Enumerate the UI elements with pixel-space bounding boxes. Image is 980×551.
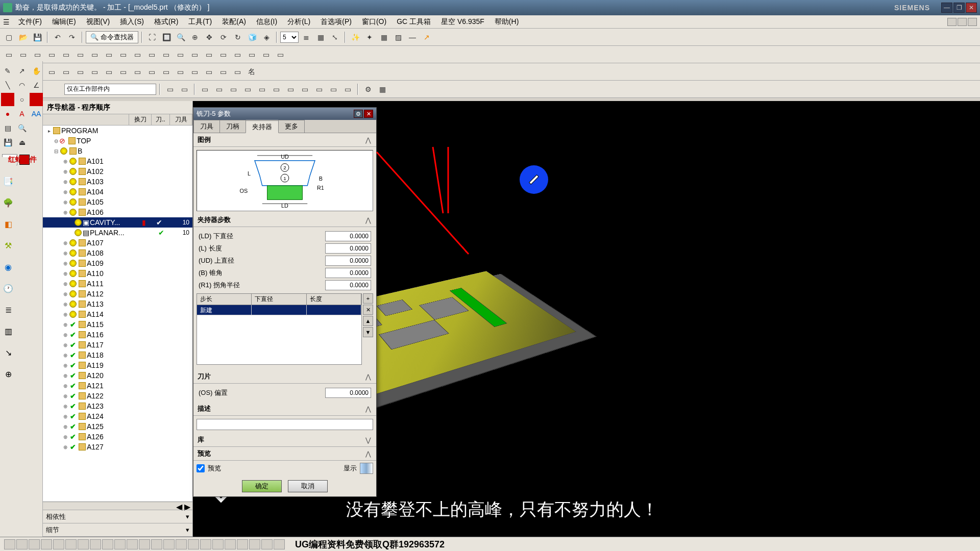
filter-input[interactable]	[64, 84, 156, 95]
grid-up-button[interactable]: ▲	[363, 316, 373, 326]
row-ld-input[interactable]	[325, 231, 371, 241]
lib-collapse[interactable]: ⋁	[364, 436, 372, 444]
tree-item[interactable]: ⊕✔A123	[43, 401, 192, 411]
tree-item[interactable]: ⊕A105	[43, 197, 192, 207]
redo-icon[interactable]: ↷	[65, 31, 79, 44]
tree-item[interactable]: ⊕✔A124	[43, 411, 192, 421]
sel15-icon[interactable]: ▭	[202, 48, 215, 61]
op14-icon[interactable]: ▭	[188, 65, 201, 79]
op10-icon[interactable]: ▭	[131, 65, 144, 79]
row-b-input[interactable]	[325, 268, 371, 278]
tree-item[interactable]: ⊕A110	[43, 268, 192, 279]
col-tool[interactable]: 刀..	[152, 114, 170, 125]
minimize-button[interactable]: —	[941, 3, 952, 13]
cube-icon[interactable]: ▦	[314, 31, 327, 44]
tab-shank[interactable]: 刀柄	[219, 120, 246, 133]
tree-item[interactable]: ⊕✔A119	[43, 360, 192, 370]
menu-pref[interactable]: 首选项(P)	[315, 16, 357, 28]
grid-icon[interactable]: ▦	[377, 31, 390, 44]
tree-dep[interactable]: 相依性▾	[43, 510, 192, 523]
dir-icon[interactable]: ↗	[420, 31, 433, 44]
sb12-icon[interactable]	[139, 539, 150, 549]
tree-item[interactable]: ⊕A112	[43, 289, 192, 299]
view-select[interactable]: 5	[280, 32, 299, 43]
mdi-min-button[interactable]	[947, 18, 957, 26]
col-change[interactable]: 换刀	[129, 114, 152, 125]
show-button[interactable]	[360, 463, 373, 474]
menu-star[interactable]: 星空 V6.935F	[436, 16, 489, 28]
pal-hand-icon[interactable]: ✋	[30, 64, 43, 78]
sb-palette-icon[interactable]: ▥	[2, 324, 15, 338]
tree-item[interactable]: ⊕✔A118	[43, 350, 192, 360]
sb-clock-icon[interactable]: 🕐	[2, 282, 15, 295]
op12-icon[interactable]: ▭	[159, 65, 173, 79]
sel5-icon[interactable]: ▭	[59, 48, 72, 61]
f10-icon[interactable]: ▭	[298, 83, 311, 96]
tree-item[interactable]: ⊕A106	[43, 207, 192, 217]
sb23-icon[interactable]	[274, 539, 285, 549]
mdi-restore-button[interactable]	[958, 18, 967, 26]
pal-circle-icon[interactable]: ○	[15, 93, 29, 106]
grid-col-ld[interactable]: 下直径	[252, 294, 306, 305]
op7-icon[interactable]: ▭	[88, 65, 101, 79]
f7-icon[interactable]: ▭	[255, 83, 268, 96]
sb-tree-icon[interactable]: 🌳	[2, 196, 15, 209]
grid-col-step[interactable]: 步长	[197, 294, 252, 305]
pal-line-icon[interactable]: ╲	[1, 79, 14, 92]
sb13-icon[interactable]	[151, 539, 162, 549]
sb-mfg-icon[interactable]: ⚒	[2, 239, 15, 252]
sb7-icon[interactable]	[78, 539, 89, 549]
tree-item[interactable]: ⊕A114	[43, 309, 192, 319]
menu-window[interactable]: 窗口(O)	[357, 16, 391, 28]
f5-icon[interactable]: ▭	[227, 83, 240, 96]
tree-program[interactable]: PROGRAM	[61, 127, 98, 135]
menu-info[interactable]: 信息(I)	[251, 16, 282, 28]
pal-pencil-icon[interactable]: ✎	[1, 64, 14, 78]
sb5-icon[interactable]	[53, 539, 64, 549]
open-icon[interactable]: 📂	[16, 31, 30, 44]
tab-tool[interactable]: 刀具	[193, 120, 220, 133]
f12-icon[interactable]: ▭	[327, 83, 340, 96]
rotate-icon[interactable]: ⟳	[217, 31, 230, 44]
tree-item[interactable]: ⊕A111	[43, 279, 192, 289]
app-menu-icon[interactable]: ☰	[3, 18, 13, 26]
legend-collapse[interactable]: ⋀	[364, 136, 372, 144]
sb14-icon[interactable]	[163, 539, 175, 549]
pal-dot-icon[interactable]: ●	[1, 107, 14, 120]
grid-add-button[interactable]: +	[363, 293, 373, 304]
sel14-icon[interactable]: ▭	[188, 48, 201, 61]
pal-layout-icon[interactable]: ▤	[1, 121, 14, 135]
desc-input[interactable]	[197, 419, 373, 430]
style-icon[interactable]: 🧊	[246, 31, 259, 44]
sb18-icon[interactable]	[212, 539, 224, 549]
op8-icon[interactable]: ▭	[102, 65, 115, 79]
cancel-button[interactable]: 取消	[288, 480, 328, 492]
sel18-icon[interactable]: ▭	[245, 48, 258, 61]
tree-item[interactable]: ⊕✔A126	[43, 432, 192, 442]
pal-zoom-icon[interactable]: 🔍	[15, 121, 29, 135]
menu-format[interactable]: 格式(R)	[149, 16, 183, 28]
name-icon[interactable]: 名	[245, 65, 258, 79]
sel4-icon[interactable]: ▭	[45, 48, 58, 61]
star-icon[interactable]: ✦	[363, 31, 376, 44]
pal-aa-icon[interactable]: AA	[30, 107, 43, 120]
f8-icon[interactable]: ▭	[270, 83, 283, 96]
sel13-icon[interactable]: ▭	[174, 48, 187, 61]
op16-icon[interactable]: ▭	[216, 65, 230, 79]
layer-icon[interactable]: ≣	[300, 31, 313, 44]
menu-insert[interactable]: 插入(S)	[115, 16, 149, 28]
desc-collapse[interactable]: ⋀	[364, 405, 372, 413]
sb15-icon[interactable]	[176, 539, 187, 549]
tree-item[interactable]: ⊕A102	[43, 166, 192, 177]
tree-planar[interactable]: ▤PLANAR...✔10	[43, 228, 192, 238]
sb11-icon[interactable]	[127, 539, 138, 549]
undo-icon[interactable]: ↶	[51, 31, 64, 44]
f4-icon[interactable]: ▭	[212, 83, 226, 96]
fit-icon[interactable]: ⛶	[145, 31, 159, 44]
iso-icon[interactable]: ◈	[260, 31, 273, 44]
new-icon[interactable]: ▢	[2, 31, 15, 44]
menu-edit[interactable]: 编辑(E)	[47, 16, 81, 28]
op6-icon[interactable]: ▭	[74, 65, 87, 79]
sel2-icon[interactable]: ▭	[16, 48, 30, 61]
tree-item[interactable]: ⊕A109	[43, 258, 192, 268]
